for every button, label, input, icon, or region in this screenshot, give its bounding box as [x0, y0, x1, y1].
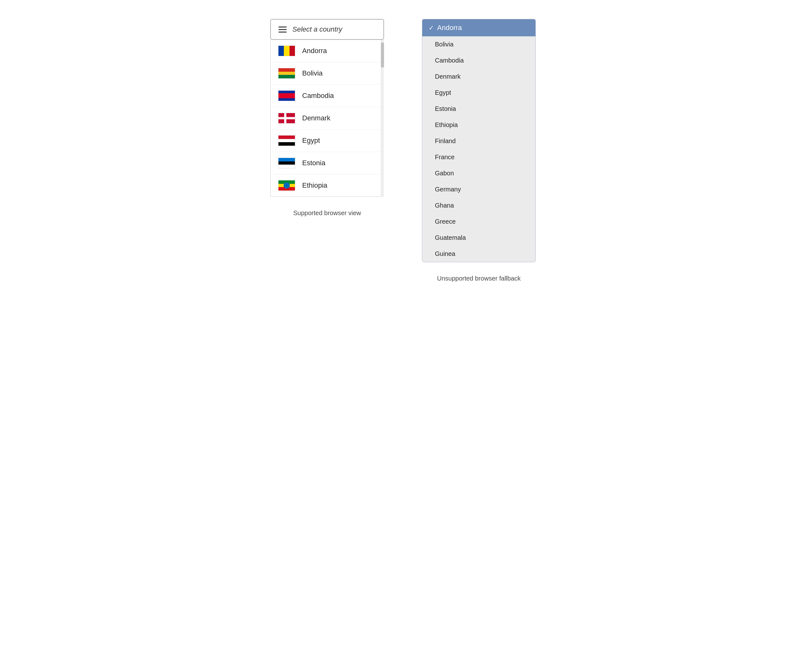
list-item[interactable]: Cambodia	[271, 85, 384, 107]
list-item[interactable]: Ethiopia	[271, 175, 384, 196]
country-name-label: Estonia	[302, 159, 325, 167]
list-item[interactable]: Bolivia	[271, 62, 384, 85]
flag-kh	[278, 91, 295, 101]
custom-dropdown[interactable]: AndorraBoliviaCambodiaDenmarkEgyptEstoni…	[270, 40, 384, 197]
list-item[interactable]: Denmark	[422, 69, 535, 85]
check-icon: ✓	[429, 24, 434, 31]
list-item[interactable]: Bolivia	[422, 36, 535, 53]
custom-select-trigger[interactable]: Select a country	[270, 19, 384, 40]
custom-select: Select a country AndorraBoliviaCambodiaD…	[270, 19, 384, 197]
list-item[interactable]: Gabon	[422, 165, 535, 181]
flag-ee	[278, 158, 295, 168]
left-panel: Select a country AndorraBoliviaCambodiaD…	[270, 19, 384, 217]
country-name-label: Bolivia	[302, 69, 323, 77]
list-item[interactable]: Egypt	[271, 130, 384, 152]
list-item[interactable]: Germany	[422, 181, 535, 198]
list-item[interactable]: Andorra	[271, 40, 384, 62]
list-item[interactable]: ✓Andorra	[422, 19, 535, 36]
trigger-label: Select a country	[292, 25, 342, 33]
country-name-label: Ethiopia	[302, 181, 327, 189]
flag-ad	[278, 46, 295, 56]
country-name-label: Andorra	[302, 47, 327, 55]
scrollbar-thumb[interactable]	[381, 42, 384, 68]
right-inner: ✓AndorraBoliviaCambodiaDenmarkEgyptEston…	[422, 19, 536, 262]
option-label: Andorra	[437, 24, 462, 32]
native-select: ✓AndorraBoliviaCambodiaDenmarkEgyptEston…	[422, 19, 536, 262]
country-name-label: Egypt	[302, 137, 320, 145]
list-item[interactable]: France	[422, 149, 535, 165]
list-item[interactable]: Estonia	[271, 152, 384, 175]
list-item[interactable]: Guinea	[422, 246, 535, 262]
flag-et	[278, 180, 295, 191]
list-item[interactable]: Guatemala	[422, 230, 535, 246]
list-item[interactable]: Greece	[422, 214, 535, 230]
right-panel: ✓AndorraBoliviaCambodiaDenmarkEgyptEston…	[422, 19, 536, 282]
flag-bo	[278, 68, 295, 79]
hamburger-line-3	[279, 31, 287, 33]
dropdown-wrapper: AndorraBoliviaCambodiaDenmarkEgyptEstoni…	[270, 40, 384, 197]
country-name-label: Cambodia	[302, 92, 334, 100]
list-item[interactable]: Ghana	[422, 198, 535, 214]
list-item[interactable]: Ethiopia	[422, 117, 535, 133]
right-panel-label: Unsupported browser fallback	[437, 275, 521, 282]
flag-eg	[278, 135, 295, 146]
list-item[interactable]: Denmark	[271, 107, 384, 130]
list-item[interactable]: Egypt	[422, 85, 535, 101]
page-wrapper: Select a country AndorraBoliviaCambodiaD…	[270, 19, 536, 282]
list-item[interactable]: Finland	[422, 133, 535, 149]
list-item[interactable]: Estonia	[422, 101, 535, 117]
country-name-label: Denmark	[302, 114, 330, 122]
hamburger-line-1	[279, 26, 287, 28]
hamburger-icon	[279, 26, 287, 33]
flag-dk	[278, 113, 295, 124]
scrollbar-track	[381, 40, 384, 197]
hamburger-line-2	[279, 29, 287, 30]
list-item[interactable]: Cambodia	[422, 53, 535, 69]
left-panel-label: Supported browser view	[293, 209, 361, 217]
